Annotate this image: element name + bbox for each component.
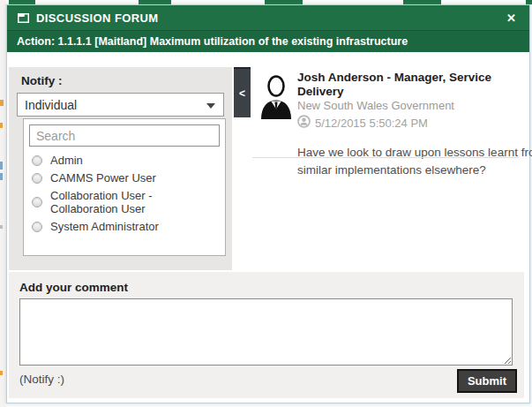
notify-panel: Notify : Individual Admin CAMMS Power Us… [9, 67, 232, 270]
backdrop-fragment [0, 371, 3, 375]
submit-button[interactable]: Submit [457, 369, 517, 393]
notify-option-admin[interactable]: Admin [24, 152, 225, 169]
comment-timestamp: 5/12/2015 5:50:24 PM [315, 117, 428, 130]
forum-window-icon [18, 13, 29, 23]
chevron-down-icon [206, 103, 215, 109]
backdrop-left-strip [0, 0, 6, 407]
notify-user-listbox: Admin CAMMS Power User Collaboration Use… [23, 118, 226, 256]
add-comment-section: Add your comment (Notify :) Submit [9, 272, 524, 398]
backdrop-fragment [0, 162, 3, 170]
comment-author: Josh Anderson - Manager, Service Deliver… [297, 71, 525, 99]
user-badge-icon [297, 115, 311, 132]
dialog-title: DISCUSSION FORUM [36, 11, 504, 25]
dialog-body: Notify : Individual Admin CAMMS Power Us… [7, 52, 529, 403]
collapse-panel-button[interactable]: < [234, 67, 251, 117]
notify-type-select[interactable]: Individual [17, 93, 224, 117]
radio-icon [32, 173, 42, 184]
comment-message: Have we look to draw upon lessons learnt… [297, 144, 532, 179]
radio-icon [32, 197, 42, 207]
backdrop-fragment [0, 225, 3, 229]
add-comment-label: Add your comment [19, 281, 524, 294]
comment-textarea[interactable] [19, 298, 513, 366]
discussion-forum-dialog: DISCUSSION FORUM ✕ Action: 1.1.1.1 [Mait… [6, 4, 530, 403]
close-icon[interactable]: ✕ [504, 11, 519, 26]
notify-label: Notify : [21, 74, 232, 87]
comment-item: Josh Anderson - Manager, Service Deliver… [260, 71, 525, 179]
notify-option-camms-power-user[interactable]: CAMMS Power User [24, 170, 225, 186]
search-input[interactable] [29, 124, 220, 147]
action-breadcrumb: Action: 1.1.1.1 [Maitland] Maximum utili… [7, 30, 529, 52]
backdrop-fragment [0, 173, 3, 180]
notify-type-value: Individual [25, 98, 77, 112]
notify-hint: (Notify :) [19, 373, 64, 386]
notify-option-system-administrator[interactable]: System Administrator [24, 218, 225, 235]
notify-option-collaboration-user[interactable]: Collaboration User - Collaboration User [24, 187, 225, 217]
comment-organization: New South Wales Government [297, 99, 525, 113]
thread-divider [252, 157, 519, 158]
radio-icon [32, 222, 42, 232]
backdrop-fragment [0, 100, 4, 106]
avatar [260, 75, 292, 123]
dialog-title-bar: DISCUSSION FORUM ✕ [7, 5, 529, 30]
backdrop-fragment [0, 123, 3, 128]
comment-time-row: 5/12/2015 5:50:24 PM [297, 115, 525, 132]
radio-icon [32, 155, 42, 166]
